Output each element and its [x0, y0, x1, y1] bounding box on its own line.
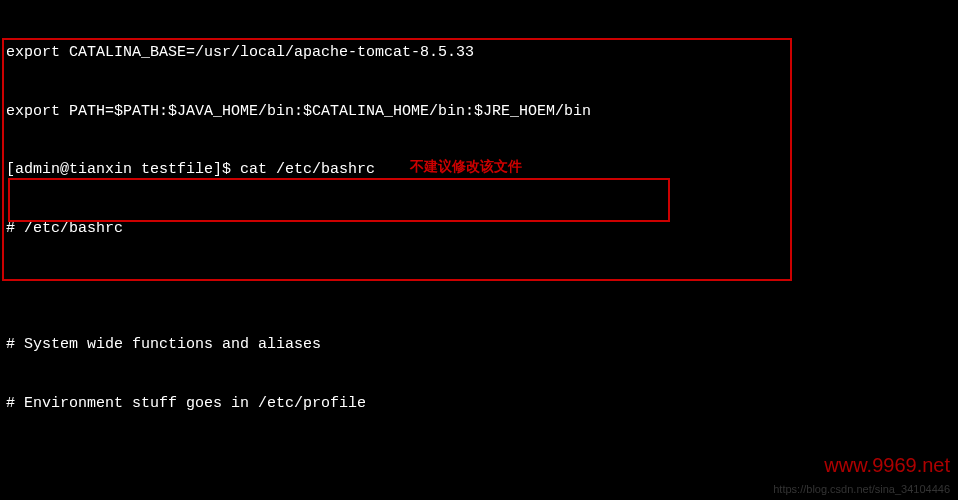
terminal-line: # System wide functions and aliases	[6, 335, 952, 355]
terminal-line: export PATH=$PATH:$JAVA_HOME/bin:$CATALI…	[6, 102, 952, 122]
terminal-line: [admin@tianxin testfile]$ cat /etc/bashr…	[6, 160, 952, 180]
terminal-line: # Environment stuff goes in /etc/profile	[6, 394, 952, 414]
terminal-line	[6, 452, 952, 471]
terminal-line: export CATALINA_BASE=/usr/local/apache-t…	[6, 43, 952, 63]
terminal-line	[6, 277, 952, 296]
terminal-output[interactable]: export CATALINA_BASE=/usr/local/apache-t…	[6, 4, 952, 500]
terminal-line: # /etc/bashrc	[6, 219, 952, 239]
